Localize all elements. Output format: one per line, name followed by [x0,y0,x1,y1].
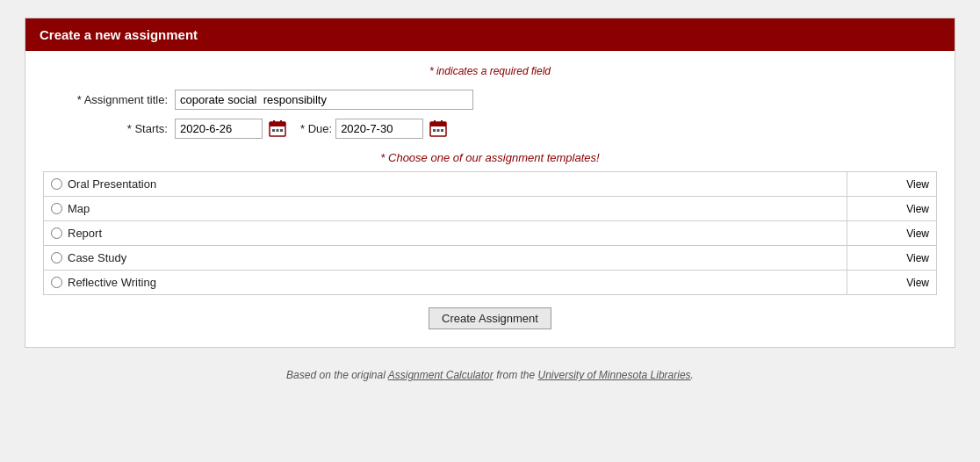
template-radio-t1[interactable] [51,178,62,190]
template-label-t5[interactable]: Reflective Writing [51,276,839,289]
view-link-t5[interactable]: View [906,277,929,289]
template-radio-t5[interactable] [51,277,62,288]
svg-rect-8 [430,122,446,126]
form-title: Create a new assignment [40,27,198,42]
template-radio-t3[interactable] [51,227,62,239]
required-note-text: * indicates a required field [429,65,551,77]
view-link-t4[interactable]: View [906,252,929,264]
create-assignment-button[interactable]: Create Assignment [429,307,551,329]
template-label-t4[interactable]: Case Study [51,251,839,264]
template-label-t2[interactable]: Map [51,202,839,215]
svg-rect-13 [441,129,443,132]
due-calendar-icon[interactable] [429,119,449,139]
template-name-t1: Oral Presentation [68,177,156,191]
svg-rect-12 [437,129,440,132]
template-label-t3[interactable]: Report [51,227,839,240]
title-row: * Assignment title: [43,90,937,110]
form-header: Create a new assignment [25,18,955,51]
assignment-title-input[interactable] [175,90,473,110]
template-row: Oral Presentation View [44,172,937,197]
dates-row: * Starts: * Due: [43,119,937,139]
view-link-t1[interactable]: View [906,178,929,191]
starts-calendar-icon[interactable] [269,119,288,139]
template-name-t3: Report [68,227,102,240]
main-container: Create a new assignment * indicates a re… [25,18,955,348]
template-row: Report View [44,221,937,246]
footer-note: Based on the original Assignment Calcula… [286,369,694,381]
svg-rect-5 [277,129,279,132]
starts-input[interactable] [175,119,263,139]
submit-row: Create Assignment [43,307,937,329]
view-link-t3[interactable]: View [906,227,929,240]
required-note: * indicates a required field [43,65,937,77]
template-row: Reflective Writing View [44,271,937,295]
footer-text-after: . [691,369,694,381]
view-link-t2[interactable]: View [906,203,929,215]
template-row: Map View [44,197,937,221]
template-label-t1[interactable]: Oral Presentation [51,177,839,191]
form-body: * indicates a required field * Assignmen… [25,51,955,347]
template-name-t2: Map [68,202,90,215]
footer-text-before: Based on the original [286,369,388,381]
template-radio-t2[interactable] [51,203,62,214]
svg-rect-11 [433,129,436,132]
svg-rect-1 [270,122,285,126]
footer-text-middle: from the [494,369,538,381]
template-name-t5: Reflective Writing [68,276,156,289]
title-label: * Assignment title: [43,93,175,106]
due-input[interactable] [335,119,423,139]
starts-label: * Starts: [43,122,175,135]
svg-rect-6 [280,129,283,132]
assignment-calculator-link[interactable]: Assignment Calculator [388,369,494,381]
templates-table: Oral Presentation View Map View Report [43,171,937,295]
due-label: * Due: [300,122,332,135]
template-row: Case Study View [44,246,937,271]
template-name-t4: Case Study [68,251,126,264]
university-link[interactable]: University of Minnesota Libraries [537,369,690,381]
template-radio-t4[interactable] [51,252,62,263]
svg-rect-4 [272,129,275,132]
dates-group: * Due: [175,119,449,139]
template-note: * Choose one of our assignment templates… [43,151,937,164]
